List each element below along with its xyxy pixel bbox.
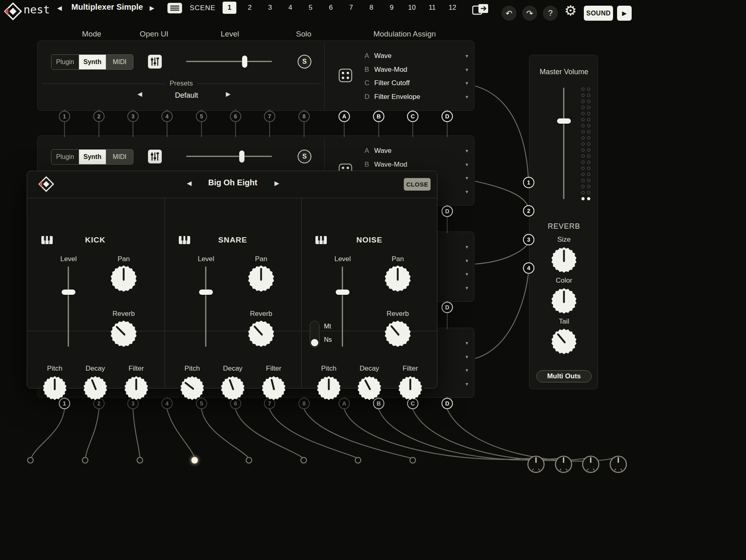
play-button[interactable]: ▶ (617, 6, 632, 21)
sound-button[interactable]: SOUND (584, 6, 613, 21)
output-node-1[interactable]: 1 (523, 177, 534, 188)
drum-level-slider-kick[interactable] (68, 266, 69, 347)
duplicate-scene-icon[interactable] (472, 3, 489, 16)
scene-button-5[interactable]: 5 (300, 2, 321, 14)
keyboard-icon[interactable] (178, 236, 191, 245)
patch-cable[interactable] (133, 409, 140, 457)
scene-button-2[interactable]: 2 (240, 2, 260, 14)
patch-node-8-row1[interactable]: 8 (298, 111, 310, 122)
patch-cable[interactable] (475, 181, 528, 206)
drum-level-handle-snare[interactable] (199, 290, 213, 295)
patch-cable[interactable] (167, 409, 194, 457)
drum-level-slider-snare[interactable] (205, 266, 206, 347)
drum-level-slider-noise[interactable] (342, 266, 343, 347)
patch-node-4-row4[interactable]: 4 (161, 398, 173, 409)
patch-next-button[interactable]: ▶ (148, 4, 156, 13)
help-button[interactable]: ? (543, 6, 558, 21)
filter-knob-snare[interactable] (262, 376, 286, 400)
pan-knob-noise[interactable] (384, 265, 411, 292)
scene-button-10[interactable]: 10 (402, 2, 422, 14)
patch-node-d-row2[interactable]: D (442, 206, 453, 217)
patch-node-4-row1[interactable]: 4 (161, 111, 173, 122)
pitch-knob-noise[interactable] (317, 376, 341, 400)
scene-button-11[interactable]: 11 (422, 2, 442, 14)
drum-prev-button[interactable]: ◀ (185, 179, 194, 188)
patch-node-7-row1[interactable]: 7 (264, 111, 275, 122)
scene-button-1[interactable]: 1 (223, 2, 236, 14)
patch-cable[interactable] (475, 245, 527, 264)
pitch-knob-kick[interactable] (43, 376, 67, 400)
output-trim-knob-4[interactable] (609, 455, 628, 474)
output-jack-7[interactable] (355, 457, 361, 463)
patch-node-8-row4[interactable]: 8 (298, 398, 310, 409)
patch-node-d-row3[interactable]: D (442, 302, 453, 313)
output-trim-knob-3[interactable] (581, 455, 600, 474)
output-node-4[interactable]: 4 (523, 262, 534, 274)
patch-cable[interactable] (413, 409, 589, 461)
patch-node-c-row1[interactable]: C (407, 111, 418, 122)
patch-cable[interactable] (202, 409, 248, 457)
mute-noise-toggle[interactable] (310, 321, 319, 348)
decay-knob-kick[interactable] (83, 376, 107, 400)
patch-node-b-row1[interactable]: B (373, 111, 384, 122)
patch-cable[interactable] (475, 274, 528, 358)
patch-cable[interactable] (344, 409, 534, 459)
filter-knob-noise[interactable] (398, 376, 422, 400)
patch-cable[interactable] (475, 86, 528, 177)
settings-gear-icon[interactable]: ⚙ (562, 3, 579, 18)
patch-cable[interactable] (447, 409, 617, 461)
redo-button[interactable]: ↷ (522, 6, 537, 21)
output-jack-3[interactable] (137, 457, 143, 463)
keyboard-icon[interactable] (315, 236, 327, 245)
output-jack-1[interactable] (27, 457, 34, 463)
drum-level-handle-noise[interactable] (336, 290, 349, 295)
output-jack-2[interactable] (82, 457, 88, 463)
patch-cable[interactable] (86, 409, 99, 457)
patch-cable[interactable] (32, 409, 64, 457)
output-jack-5[interactable] (246, 457, 252, 463)
decay-knob-noise[interactable] (357, 376, 382, 400)
reverb-knob-snare[interactable] (248, 320, 274, 347)
pan-knob-kick[interactable] (110, 265, 137, 292)
patch-node-6-row1[interactable]: 6 (230, 111, 241, 122)
undo-button[interactable]: ↶ (502, 6, 517, 21)
toggle-top-label: Mt (324, 323, 331, 330)
output-node-3[interactable]: 3 (523, 234, 534, 245)
decay-knob-snare[interactable] (221, 376, 245, 400)
patch-node-d-row1[interactable]: D (442, 111, 453, 122)
output-trim-knob-1[interactable] (527, 455, 545, 474)
keyboard-icon[interactable] (41, 236, 53, 245)
scene-button-7[interactable]: 7 (341, 2, 361, 14)
output-jack-6[interactable] (300, 457, 307, 463)
patch-node-3-row1[interactable]: 3 (127, 111, 139, 122)
patch-cable[interactable] (236, 409, 302, 457)
patch-node-5-row1[interactable]: 5 (196, 111, 207, 122)
close-button[interactable]: CLOSE (404, 178, 431, 191)
pitch-knob-snare[interactable] (180, 376, 204, 400)
scene-button-8[interactable]: 8 (361, 2, 382, 14)
patch-cable[interactable] (304, 409, 411, 458)
pan-knob-snare[interactable] (248, 265, 274, 292)
scene-button-12[interactable]: 12 (442, 2, 463, 14)
scene-button-4[interactable]: 4 (280, 2, 300, 14)
scene-button-9[interactable]: 9 (382, 2, 402, 14)
reverb-knob-noise[interactable] (384, 320, 411, 347)
output-jack-4[interactable] (191, 457, 198, 463)
output-node-2[interactable]: 2 (523, 205, 534, 217)
patch-node-1-row1[interactable]: 1 (59, 111, 70, 122)
patch-node-d-row4[interactable]: D (442, 398, 453, 409)
output-jack-8[interactable] (409, 457, 416, 463)
patch-node-2-row1[interactable]: 2 (93, 111, 105, 122)
scene-button-3[interactable]: 3 (260, 2, 280, 14)
drum-next-button[interactable]: ▶ (272, 179, 281, 188)
filter-knob-kick[interactable] (124, 376, 148, 400)
drum-level-handle-kick[interactable] (62, 290, 75, 295)
scene-button-6[interactable]: 6 (321, 2, 341, 14)
reverb-knob-kick[interactable] (110, 320, 137, 347)
patch-prev-button[interactable]: ◀ (55, 4, 64, 13)
patch-cable[interactable] (270, 409, 357, 458)
output-trim-knob-2[interactable] (554, 455, 573, 474)
patch-cable[interactable] (379, 409, 562, 460)
scene-list-icon[interactable] (167, 2, 182, 14)
patch-node-a-row1[interactable]: A (339, 111, 350, 122)
